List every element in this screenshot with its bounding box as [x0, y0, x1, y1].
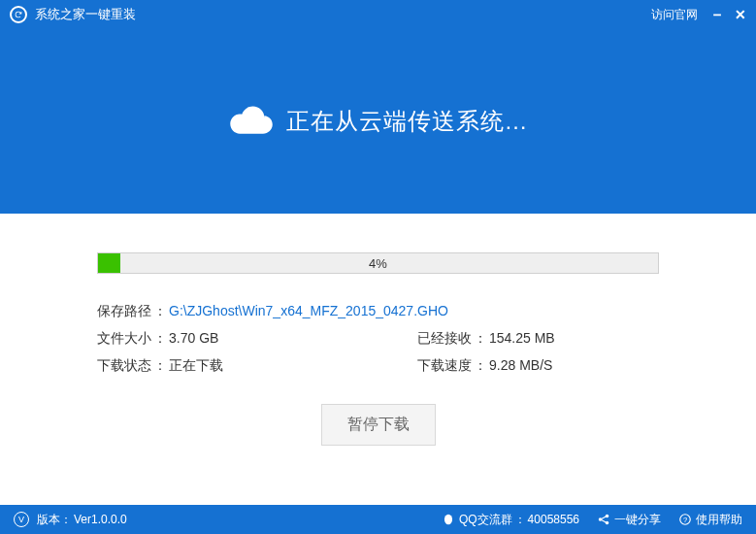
filesize-value: 3.70 GB [169, 330, 218, 348]
received-label: 已经接收 [417, 330, 472, 348]
filesize-label: 文件大小 [97, 330, 151, 348]
status-label: 下载状态 [97, 357, 151, 375]
help-label: 使用帮助 [696, 512, 742, 528]
info-row-size: 文件大小 ： 3.70 GB 已经接收 ： 154.25 MB [97, 330, 659, 348]
button-row: 暂停下载 [97, 404, 659, 446]
app-title: 系统之家一键重装 [35, 6, 651, 23]
close-button[interactable]: ✕ [735, 7, 746, 22]
footer: V 版本： Ver1.0.0.0 QQ交流群 ： 40058556 一键分享 ?… [0, 505, 756, 534]
hero-banner: 正在从云端传送系统… [0, 29, 756, 214]
footer-version-label: 版本： [37, 512, 72, 528]
help-icon: ? [678, 513, 692, 526]
official-site-link[interactable]: 访问官网 [651, 7, 698, 23]
speed-value: 9.28 MB/S [489, 357, 552, 375]
app-logo-icon [10, 6, 27, 23]
share-label: 一键分享 [614, 512, 661, 528]
status-value: 正在下载 [169, 357, 223, 375]
share-icon [597, 513, 610, 526]
progress-percent-text: 4% [98, 253, 658, 273]
progress-bar: 4% [97, 252, 659, 274]
speed-label: 下载速度 [417, 357, 472, 375]
footer-version-icon: V [14, 512, 29, 527]
titlebar: 系统之家一键重装 访问官网 － ✕ [0, 0, 756, 29]
received-value: 154.25 MB [489, 330, 555, 348]
svg-point-0 [444, 515, 452, 525]
footer-qq-group[interactable]: QQ交流群 ： 40058556 [442, 512, 579, 528]
footer-version-value: Ver1.0.0.0 [74, 513, 127, 526]
footer-share[interactable]: 一键分享 [597, 512, 661, 528]
path-label: 保存路径 [97, 303, 151, 320]
qq-label: QQ交流群 [459, 512, 512, 528]
minimize-button[interactable]: － [709, 5, 725, 25]
content-area: 4% 保存路径 ： G:\ZJGhost\Win7_x64_MFZ_2015_0… [0, 214, 756, 505]
hero-text: 正在从云端传送系统… [286, 106, 529, 137]
pause-download-button[interactable]: 暂停下载 [321, 404, 436, 446]
download-info: 保存路径 ： G:\ZJGhost\Win7_x64_MFZ_2015_0427… [97, 303, 659, 375]
qq-icon [442, 513, 455, 526]
cloud-icon [228, 103, 275, 140]
info-row-path: 保存路径 ： G:\ZJGhost\Win7_x64_MFZ_2015_0427… [97, 303, 659, 320]
svg-text:?: ? [683, 516, 687, 524]
path-value[interactable]: G:\ZJGhost\Win7_x64_MFZ_2015_0427.GHO [169, 303, 448, 320]
info-row-status: 下载状态 ： 正在下载 下载速度 ： 9.28 MB/S [97, 357, 659, 375]
qq-value: 40058556 [528, 513, 579, 526]
footer-help[interactable]: ? 使用帮助 [678, 512, 742, 528]
